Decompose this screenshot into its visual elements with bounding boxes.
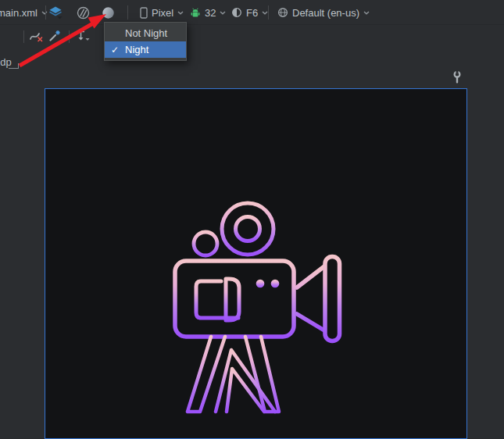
chevron-down-icon	[177, 11, 184, 15]
phone-icon	[140, 7, 148, 19]
margin-bracket-mark	[9, 63, 19, 69]
globe-icon	[277, 7, 288, 18]
android-studio-layout-editor: { "header": { "file_tab": "main.xml", "d…	[0, 0, 504, 439]
api-level-selector[interactable]: 32	[190, 0, 226, 25]
chevron-down-icon	[363, 11, 370, 15]
design-toolbar: main.xml Pixel	[0, 0, 504, 25]
curve-delete-icon	[29, 30, 44, 43]
circle-slash-icon	[76, 5, 91, 20]
toolbar-separator	[127, 5, 128, 20]
contrast-circle-icon	[231, 7, 242, 18]
video-camera-artwork	[168, 199, 345, 418]
constraint-toolbar: 0dp	[0, 26, 504, 47]
locale-selector[interactable]: Default (en-us)	[277, 0, 370, 25]
render-options-button[interactable]	[452, 70, 462, 84]
file-tab-selector[interactable]: main.xml	[0, 0, 48, 25]
toolbar-separator	[69, 30, 70, 43]
magic-wand-icon	[48, 30, 62, 42]
design-mode-button[interactable]	[48, 5, 63, 20]
wrench-icon	[452, 70, 462, 84]
menu-item-night[interactable]: ✓ Night	[105, 41, 186, 58]
variant-button[interactable]	[76, 5, 91, 20]
clear-constraints-button[interactable]	[29, 30, 44, 43]
locale-label: Default (en-us)	[292, 7, 359, 19]
night-mode-menu: Not Night ✓ Night	[104, 22, 187, 61]
theme-label: F6	[246, 7, 258, 19]
chevron-down-icon	[262, 11, 268, 15]
toolbar-separator	[268, 5, 269, 20]
toolbar-separator	[23, 30, 24, 43]
menu-item-label: Not Night	[125, 27, 167, 39]
menu-item-not-night[interactable]: Not Night	[105, 25, 186, 41]
chevron-down-icon	[220, 11, 226, 15]
checkmark-icon: ✓	[105, 45, 125, 55]
layers-icon	[48, 5, 63, 20]
infer-constraints-button[interactable]	[48, 30, 62, 42]
margin-ruler-icon	[75, 30, 91, 42]
device-label: Pixel	[152, 7, 173, 19]
moon-circle-icon	[101, 5, 116, 20]
file-tab-label: main.xml	[0, 7, 38, 19]
design-surface[interactable]	[45, 88, 467, 439]
night-mode-button[interactable]	[101, 5, 116, 20]
toolbar-separator	[45, 5, 46, 20]
theme-selector[interactable]: F6	[231, 0, 268, 25]
default-margins-button[interactable]	[75, 30, 91, 42]
android-robot-icon	[190, 8, 201, 18]
menu-item-label: Night	[125, 44, 148, 55]
api-level-label: 32	[205, 7, 216, 19]
